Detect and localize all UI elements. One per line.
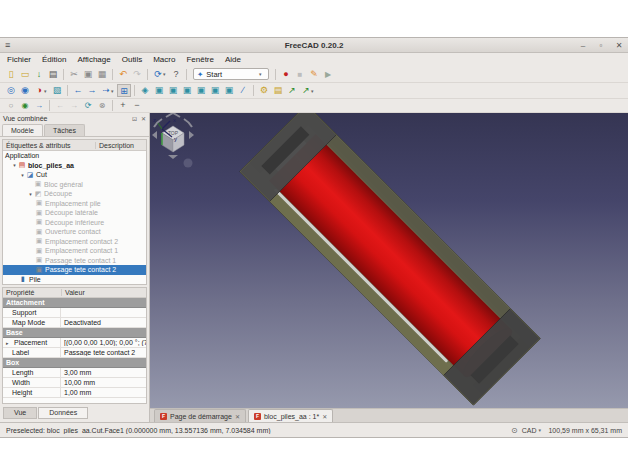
property-row-map-mode[interactable]: Map Mode Deactivated (3, 318, 146, 328)
property-value[interactable]: [(0,00 0,00 1,00); 0,00 °; (7,00 mm -2,0… (61, 339, 146, 346)
open-file-icon[interactable]: ▭ (18, 68, 32, 81)
zoom-out-icon[interactable]: − (130, 99, 144, 112)
tree-item-document[interactable]: ▾ ▤ bloc_piles_aa (3, 161, 146, 171)
tree-item-ouverture-contact[interactable]: ▣ Ouverture contact (3, 227, 146, 237)
app-menu-icon[interactable]: ≡ (5, 40, 10, 50)
home-page-icon[interactable]: ◉ (18, 99, 32, 112)
menu-macro[interactable]: Macro (153, 55, 175, 64)
navcube-menu-icon[interactable] (184, 159, 193, 168)
make-link-icon[interactable]: ↗ (285, 84, 299, 97)
tree-item-decoupe-inferieure[interactable]: ▣ Découpe inférieure (3, 218, 146, 228)
maximize-button[interactable]: ▫ (596, 41, 606, 50)
expander-icon[interactable]: ▾ (11, 162, 18, 168)
property-row-label[interactable]: Label Passage tete contact 2 (3, 348, 146, 358)
create-group-icon[interactable]: ▤ (271, 84, 285, 97)
tab-donnees[interactable]: Données (38, 407, 88, 419)
property-row-support[interactable]: Support (3, 308, 146, 318)
tree-item-label: Bloc général (44, 181, 83, 188)
property-value[interactable]: Deactivated (61, 319, 146, 326)
minimize-button[interactable]: – (578, 41, 588, 50)
view-front-icon[interactable]: ▣ (152, 84, 166, 97)
property-value[interactable]: 10,00 mm (61, 379, 146, 386)
tab-vue[interactable]: Vue (3, 407, 37, 419)
3d-viewport[interactable]: TOP x y z (150, 113, 628, 408)
property-row-height[interactable]: Height 1,00 mm (3, 388, 146, 398)
tree-item-passage-tete-contact-1[interactable]: ▣ Passage tete contact 1 (3, 256, 146, 266)
view-isometric-icon[interactable]: ◈ (138, 84, 152, 97)
tab-document-bloc-piles[interactable]: F bloc_piles_aa : 1* ✕ (248, 409, 333, 422)
workbench-selector[interactable]: ✦ Start ▾ (193, 68, 269, 80)
measure-distance-icon[interactable]: ∕ (236, 84, 250, 97)
macro-edit-icon[interactable]: ✎ (307, 68, 321, 81)
tab-close-icon[interactable]: ✕ (322, 413, 327, 420)
view-fit-selection-icon[interactable]: ◉ (18, 84, 32, 97)
nav-back-icon[interactable]: ← (71, 84, 85, 97)
nav-forward-icon[interactable]: → (85, 84, 99, 97)
tree-item-decoupe[interactable]: ▾ ◩ Découpe (3, 189, 146, 199)
print-icon[interactable]: ▤ (46, 68, 60, 81)
property-group-base[interactable]: Base (3, 328, 146, 338)
menu-aide[interactable]: Aide (225, 55, 241, 64)
whats-this-icon[interactable]: ? (169, 68, 183, 81)
undo-icon[interactable]: ↶ (116, 68, 130, 81)
save-icon[interactable]: ↓ (32, 68, 46, 81)
view-rear-icon[interactable]: ▣ (194, 84, 208, 97)
property-group-box[interactable]: Box (3, 358, 146, 368)
navigation-style-dropdown-icon[interactable]: ▾ (538, 427, 544, 433)
view-top-icon[interactable]: ▣ (166, 84, 180, 97)
view-fit-all-icon[interactable]: ◎ (4, 84, 18, 97)
navigation-style-label[interactable]: CAD (522, 427, 537, 434)
tab-close-icon[interactable]: ✕ (235, 413, 240, 420)
macro-record-icon[interactable]: ● (279, 68, 293, 81)
create-part-icon[interactable]: ⚙ (257, 84, 271, 97)
cut-icon[interactable]: ✂ (67, 68, 81, 81)
tree-item-emplacement-contact-2[interactable]: ▣ Emplacement contact 2 (3, 237, 146, 247)
tab-start-page[interactable]: F Page de démarrage ✕ (154, 409, 246, 422)
tree-item-emplacement-contact-1[interactable]: ▣ Emplacement contact 1 (3, 246, 146, 256)
property-value[interactable]: 1,00 mm (61, 389, 146, 396)
battery-holder-model[interactable] (150, 113, 627, 408)
page-refresh-icon[interactable]: ⟳ (81, 99, 95, 112)
tree-item-application[interactable]: Application (3, 151, 146, 161)
menu-outils[interactable]: Outils (122, 55, 142, 64)
menu-edition[interactable]: Édition (42, 55, 66, 64)
property-row-length[interactable]: Length 3,00 mm (3, 368, 146, 378)
expander-icon[interactable]: ▾ (27, 191, 34, 197)
tree-item-passage-tete-contact-2[interactable]: ▣ Passage tete contact 2 (3, 265, 146, 275)
page-stop-icon[interactable]: ⊗ (95, 99, 109, 112)
tree-item-cut[interactable]: ▾ ◪ Cut (3, 170, 146, 180)
menu-affichage[interactable]: Affichage (77, 55, 110, 64)
redo-icon[interactable]: ↷ (130, 68, 144, 81)
view-bottom-icon[interactable]: ▣ (208, 84, 222, 97)
web-page-icon[interactable]: ○ (4, 99, 18, 112)
placement-expander-icon[interactable]: ▸ (6, 340, 12, 346)
mouse-navigation-icon[interactable]: ⊙ (511, 426, 518, 435)
copy-icon[interactable]: ▣ (81, 68, 95, 81)
tree-item-pile[interactable]: ▮ Pile (3, 275, 146, 285)
view-appearance-icon[interactable]: ▧ (50, 84, 64, 97)
view-left-icon[interactable]: ▣ (222, 84, 236, 97)
property-value[interactable]: Passage tete contact 2 (61, 349, 146, 356)
tab-modele[interactable]: Modèle (2, 124, 43, 136)
dock-float-icon[interactable]: ⊡ (132, 115, 137, 122)
close-button[interactable]: ✕ (614, 41, 624, 50)
tree-item-decoupe-laterale[interactable]: ▣ Découpe latérale (3, 208, 146, 218)
paste-icon[interactable]: ▦ (95, 68, 109, 81)
property-row-width[interactable]: Width 10,00 mm (3, 378, 146, 388)
menu-fenetre[interactable]: Fenêtre (186, 55, 214, 64)
tree-item-bloc-general[interactable]: ▣ Bloc général (3, 180, 146, 190)
new-file-icon[interactable]: ▯ (4, 68, 18, 81)
box-zoom-icon[interactable]: ⊞ (117, 84, 131, 97)
dock-close-icon[interactable]: ✕ (141, 115, 146, 122)
property-group-attachment[interactable]: Attachment (3, 298, 146, 308)
property-value[interactable]: 3,00 mm (61, 369, 146, 376)
expander-icon[interactable]: ▾ (19, 172, 26, 178)
tab-taches[interactable]: Tâches (44, 124, 85, 136)
go-page-icon[interactable]: → (32, 99, 46, 112)
property-row-placement[interactable]: ▸Placement [(0,00 0,00 1,00); 0,00 °; (7… (3, 338, 146, 348)
menu-fichier[interactable]: Fichier (7, 55, 31, 64)
tree-item-emplacement-pile[interactable]: ▣ Emplacement pile (3, 199, 146, 209)
view-right-icon[interactable]: ▣ (180, 84, 194, 97)
zoom-in-icon[interactable]: + (116, 99, 130, 112)
make-sub-link-dropdown-icon[interactable]: ▾ (311, 88, 317, 94)
